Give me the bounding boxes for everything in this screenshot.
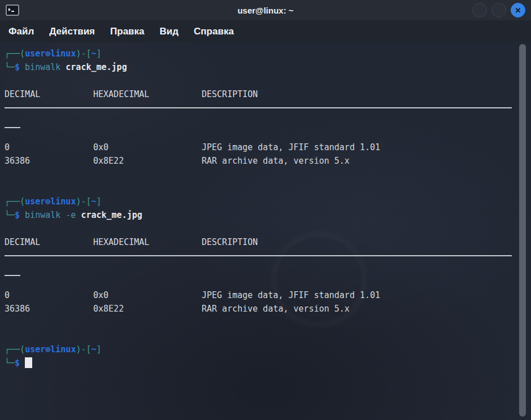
prompt-frame-open: ┌──( (5, 344, 25, 355)
kali-at-icon: ⊕ (45, 49, 50, 59)
blank-line (5, 222, 531, 235)
menu-item-view[interactable]: Вид (160, 26, 179, 37)
prompt-frame-close: ] (97, 196, 102, 207)
prompt-line-top: ┌──(user⊕linux)-[~] (5, 195, 531, 208)
cell-hexadecimal: 0x8E22 (93, 302, 202, 316)
col-hexadecimal-header: HEXADECIMAL (93, 88, 202, 101)
cell-hexadecimal: 0x0 (93, 288, 202, 302)
prompt-username: user (25, 344, 45, 355)
prompt-frame-mid: )-[ (76, 344, 91, 355)
prompt-dollar: $ (15, 210, 20, 220)
col-description-header: DESCRIPTION (202, 237, 258, 247)
cell-decimal: 0 (5, 288, 93, 302)
cell-hexadecimal: 0x8E22 (93, 154, 202, 168)
maximize-button[interactable] (491, 3, 506, 18)
blank-line (5, 74, 531, 88)
cell-decimal: 36386 (5, 302, 93, 316)
prompt-path: ~ (92, 344, 97, 355)
prompt-path: ~ (92, 49, 97, 59)
cell-description: JPEG image data, JFIF standard 1.01 (202, 142, 380, 152)
col-hexadecimal-header: HEXADECIMAL (93, 235, 202, 249)
cell-description: RAR archive data, version 5.x (202, 156, 350, 166)
prompt-username: user (25, 49, 45, 59)
window-controls: ✕ (472, 3, 525, 18)
minimize-button[interactable] (472, 3, 487, 18)
kali-at-icon: ⊕ (45, 196, 50, 207)
text-cursor (25, 357, 32, 368)
prompt-frame-bottom: └─ (5, 358, 15, 368)
prompt-username: user (25, 196, 45, 207)
col-description-header: DESCRIPTION (202, 89, 258, 99)
prompt-frame-bottom: └─ (5, 210, 15, 220)
prompt-frame-open: ┌──( (5, 196, 25, 207)
cell-hexadecimal: 0x0 (93, 141, 202, 154)
separator-wrap-row (5, 127, 531, 141)
close-button[interactable]: ✕ (511, 3, 525, 18)
command-text: binwalk -e (25, 210, 76, 220)
command-argument: crack_me.jpg (66, 62, 127, 72)
prompt-underscore-icon (11, 11, 14, 12)
separator-line (5, 107, 512, 108)
scrollbar-thumb[interactable] (519, 44, 526, 417)
table-row: 00x0JPEG image data, JFIF standard 1.01 (5, 141, 531, 154)
menu-item-file[interactable]: Файл (8, 26, 34, 37)
terminal-window: user@linux: ~ ✕ Файл Действия Правка Вид… (0, 0, 531, 420)
prompt-hostname: linux (50, 196, 76, 207)
prompt-dollar: $ (15, 62, 20, 72)
table-header-row: DECIMALHEXADECIMALDESCRIPTION (5, 235, 531, 249)
separator-line-wrapped (5, 127, 20, 128)
cell-decimal: 36386 (5, 154, 93, 168)
prompt-frame-close: ] (97, 49, 102, 59)
cell-decimal: 0 (5, 141, 93, 154)
kali-at-icon: ⊕ (45, 344, 50, 355)
menu-item-actions[interactable]: Действия (49, 26, 95, 37)
menu-item-help[interactable]: Справка (194, 26, 234, 37)
command-text: binwalk (25, 62, 60, 72)
blank-line (5, 316, 531, 329)
separator-line (5, 255, 512, 256)
terminal-output-area[interactable]: ┌──(user⊕linux)-[~] └─$binwalkcrack_me.j… (0, 42, 531, 420)
prompt-arrow-icon (8, 8, 11, 11)
prompt-line-top: ┌──(user⊕linux)-[~] (5, 47, 531, 60)
menubar: Файл Действия Правка Вид Справка (0, 20, 531, 42)
prompt-hostname: linux (50, 344, 76, 355)
col-decimal-header: DECIMAL (5, 235, 93, 249)
separator-line-wrapped (5, 275, 20, 276)
table-header-row: DECIMALHEXADECIMALDESCRIPTION (5, 88, 531, 101)
blank-line (5, 329, 531, 343)
prompt-path: ~ (92, 196, 97, 207)
command-input-line[interactable]: └─$ (5, 356, 531, 370)
prompt-hostname: linux (50, 49, 76, 59)
close-icon: ✕ (515, 7, 521, 14)
table-row: 363860x8E22RAR archive data, version 5.x (5, 302, 531, 316)
separator-wrap-row (5, 275, 531, 288)
terminal-app-icon (6, 5, 19, 16)
command-argument: crack_me.jpg (81, 210, 142, 220)
command-line: └─$binwalk -ecrack_me.jpg (5, 208, 531, 222)
prompt-line-top: ┌──(user⊕linux)-[~] (5, 343, 531, 356)
cell-description: JPEG image data, JFIF standard 1.01 (202, 290, 380, 300)
blank-line (5, 181, 531, 195)
prompt-frame-open: ┌──( (5, 49, 25, 59)
prompt-frame-bottom: └─ (5, 62, 15, 72)
cell-description: RAR archive data, version 5.x (202, 304, 350, 314)
window-title: user@linux: ~ (0, 6, 531, 15)
separator-line-row (5, 255, 531, 269)
menu-item-edit[interactable]: Правка (110, 26, 144, 37)
prompt-frame-mid: )-[ (76, 49, 91, 59)
prompt-frame-close: ] (97, 344, 102, 355)
table-row: 363860x8E22RAR archive data, version 5.x (5, 154, 531, 168)
command-line: └─$binwalkcrack_me.jpg (5, 60, 531, 74)
col-decimal-header: DECIMAL (5, 88, 93, 101)
table-row: 00x0JPEG image data, JFIF standard 1.01 (5, 288, 531, 302)
blank-line (5, 168, 531, 181)
prompt-dollar: $ (15, 358, 20, 368)
prompt-frame-mid: )-[ (76, 196, 91, 207)
separator-line-row (5, 107, 531, 121)
titlebar[interactable]: user@linux: ~ ✕ (0, 0, 531, 20)
